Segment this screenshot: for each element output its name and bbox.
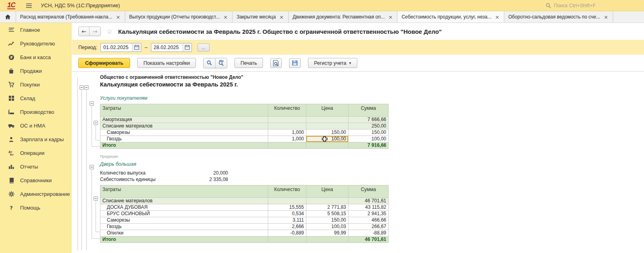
search-icon (206, 60, 212, 66)
show-settings-button[interactable]: Показать настройки (137, 58, 196, 68)
global-search-input[interactable]: Поиск Ctrl+Shift+F (546, 0, 596, 11)
period-more-button[interactable]: ... (198, 43, 210, 51)
svg-text:Кт: Кт (10, 153, 14, 156)
period-panel: Период: 01.02.2025 – 28.02.2025 ... (72, 40, 644, 55)
tab-rashod-materialov[interactable]: Расход материалов (Требования-накла... × (16, 11, 125, 23)
table-row[interactable]: Опилки -0,889 99,99 -88,89 (100, 230, 389, 237)
shopping-bag-icon (8, 68, 15, 74)
column-header-zatraty: Затраты (100, 185, 268, 198)
services-group-label[interactable]: Услуги покупателям (100, 95, 644, 101)
column-header-cena: Цена (306, 185, 348, 198)
tab-osv[interactable]: Оборотно-сальдовая ведомость по сче... × (504, 11, 613, 23)
tab-close-icon[interactable]: × (223, 14, 228, 20)
table-row[interactable]: Списание материалов 46 701,61 (100, 198, 389, 204)
column-header-zatraty: Затраты (100, 104, 268, 117)
table-row[interactable]: БРУС ОСИНОВЫЙ 0,534 5 508,15 2 941,35 (100, 211, 389, 217)
collapse-toggle[interactable] (84, 85, 89, 90)
sidebar-item-zarplata-i-kadry[interactable]: Зарплата и кадры (0, 132, 71, 146)
sidebar-item-prodazhi[interactable]: Продажи (0, 64, 71, 78)
table-row[interactable]: Гвоздь 2,666 100,03 266,67 (100, 224, 389, 230)
tab-bar: Расход материалов (Требования-накла... ×… (0, 11, 644, 23)
table-row[interactable]: ДОСКА ДУБОВАЯ 15,555 2 771,83 43 115,82 (100, 204, 389, 211)
tab-dvizheniya-dokumenta[interactable]: Движения документа: Регламентная оп... × (289, 11, 397, 23)
trend-chart-icon (8, 40, 15, 47)
factory-icon (8, 109, 15, 115)
sidebar-item-otchety[interactable]: Отчеты (0, 160, 71, 173)
period-dash: – (145, 44, 147, 50)
tab-close-icon[interactable]: × (116, 14, 121, 20)
collapse-toggle[interactable] (90, 101, 94, 106)
products-table: Затраты Количество Цена Сумма Списание м… (100, 185, 389, 243)
forward-button[interactable]: → (90, 27, 100, 36)
sidebar-item-pomosch[interactable]: ? Помощь (0, 201, 71, 214)
table-row[interactable]: Списание материалов 250,00 (100, 123, 389, 130)
sidebar-item-administrirovanie[interactable]: Администрирование (0, 187, 71, 201)
debit-credit-icon: ДтКт (8, 150, 15, 156)
period-from-input[interactable]: 01.02.2025 (101, 45, 132, 50)
sidebar-item-spravochniki[interactable]: Справочники (0, 173, 71, 187)
table-row[interactable]: Итого 46 701,61 (100, 237, 389, 243)
period-to-input[interactable]: 28.02.2025 (151, 45, 183, 50)
find-next-button[interactable] (215, 58, 227, 68)
svg-text:₽: ₽ (10, 55, 12, 59)
sidebar-item-glavnoe[interactable]: Главное (0, 23, 71, 37)
floppy-save-icon (292, 60, 298, 66)
1c-logo-icon: 1С (7, 2, 15, 9)
collapse-toggle[interactable] (90, 165, 94, 169)
calendar-icon[interactable] (183, 43, 192, 51)
cart-icon (8, 81, 15, 88)
sidebar-item-rukovoditelyu[interactable]: Руководителю (0, 37, 71, 50)
tab-sebestoimost[interactable]: Себестоимость продукции, услуг, неза... … (397, 11, 504, 23)
tab-vypusk-produkcii[interactable]: Выпуск продукции (Отчеты производст... × (125, 11, 233, 23)
table-row[interactable]: Саморезы 3,111 150,00 466,66 (100, 217, 389, 224)
sidebar-item-proizvodstvo[interactable]: Производство (0, 105, 71, 119)
register-dropdown[interactable]: Регистр учета ▾ (308, 58, 357, 68)
main-area: ← → ☆ Калькуляция себестоимости за Февра… (72, 23, 644, 253)
find-button[interactable] (204, 58, 215, 68)
back-button[interactable]: ← (79, 27, 90, 36)
collapse-toggle[interactable] (94, 121, 98, 125)
column-header-kolichestvo: Количество (268, 185, 306, 198)
sidebar-item-os-i-nma[interactable]: ОС и НМА (0, 119, 71, 132)
history-buttons: ← → (78, 27, 101, 36)
print-preview-button[interactable] (270, 58, 282, 68)
tab-zakrytie-mesyaca[interactable]: Закрытие месяца × (232, 11, 289, 23)
bar-chart-icon (8, 163, 15, 170)
period-to-field: 28.02.2025 (151, 43, 192, 52)
generate-button[interactable]: Сформировать (78, 58, 130, 68)
sidebar-item-operacii[interactable]: ДтКт Операции (0, 146, 71, 160)
tab-close-icon[interactable]: × (603, 14, 609, 20)
sidebar-item-sklad[interactable]: Склад (0, 91, 71, 105)
report-title: Калькуляция себестоимости за Февраль 202… (100, 80, 644, 89)
tab-close-icon[interactable]: × (495, 14, 500, 20)
save-button[interactable] (289, 58, 301, 68)
tab-close-icon[interactable]: × (388, 14, 393, 20)
products-kind-label: Продукция (100, 154, 644, 159)
home-tab[interactable] (0, 11, 16, 23)
collapse-toggle[interactable] (79, 85, 84, 90)
report-header-row: ← → ☆ Калькуляция себестоимости за Февра… (72, 23, 644, 40)
search-icon (546, 3, 551, 8)
grouping-margin (72, 72, 100, 252)
tab-close-icon[interactable]: × (279, 14, 284, 20)
table-row[interactable]: Гвоздь 1,000 100,00 100,00 (100, 136, 389, 142)
table-row[interactable]: Амортизация 7 666,66 (100, 117, 389, 123)
svg-text:?: ? (10, 205, 13, 211)
period-label: Период: (78, 45, 97, 50)
sidebar-item-pokupki[interactable]: Покупки (0, 78, 71, 91)
print-button[interactable]: Печать (234, 58, 263, 68)
sidebar-item-bank-i-kassa[interactable]: ₽ Банк и касса (0, 50, 71, 64)
collapse-toggle[interactable] (94, 196, 98, 201)
column-header-kolichestvo: Количество (268, 104, 306, 117)
product-group-label[interactable]: Дверь большая (100, 161, 644, 167)
table-header-row: Затраты Количество Цена Сумма (100, 104, 389, 117)
global-search-placeholder: Поиск Ctrl+Shift+F (554, 3, 596, 8)
favorite-star-icon[interactable]: ☆ (106, 27, 112, 35)
table-row[interactable]: Итого 7 916,66 (100, 142, 389, 149)
stat-value: 2 335,08 (209, 176, 228, 183)
calendar-icon[interactable] (132, 43, 141, 51)
ruble-coin-icon: ₽ (8, 54, 15, 60)
main-menu-icon[interactable] (26, 3, 32, 8)
app-title: УСН, НДС 5% (1С:Предприятие) (41, 2, 120, 8)
table-row[interactable]: Саморезы 1,000 150,00 150,00 (100, 130, 389, 136)
